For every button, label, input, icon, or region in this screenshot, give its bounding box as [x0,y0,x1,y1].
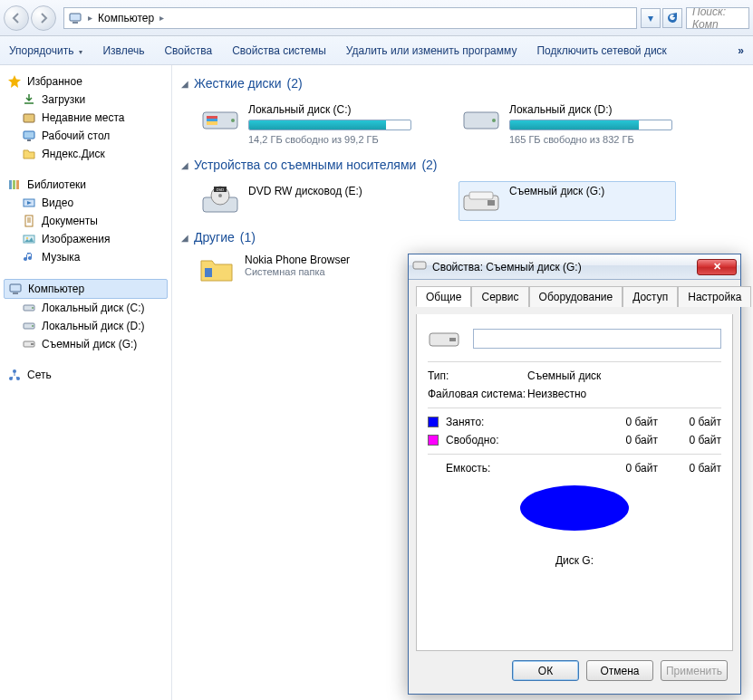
ok-button[interactable]: ОК [512,660,579,681]
tab-general[interactable]: Общие [416,286,471,307]
sidebar-network[interactable]: Сеть [4,366,168,384]
forward-button[interactable] [31,5,56,31]
sidebar-item-label: Изображения [42,233,110,245]
tab-sharing[interactable]: Доступ [623,286,678,307]
hdd-icon [22,301,36,315]
svg-rect-25 [207,116,217,119]
programs-button[interactable]: Удалить или изменить программу [346,44,517,57]
breadcrumb-computer[interactable]: Компьютер [98,12,154,24]
drive-dvd-e[interactable]: DVD DVD RW дисковод (E:) [198,181,415,221]
filesystem-value: Неизвестно [527,388,721,400]
hdd-icon [462,103,500,136]
svg-rect-39 [413,262,426,269]
section-removable[interactable]: ◢ Устройства со съемными носителями (2) [181,158,744,172]
folder-subtitle: Системная папка [245,266,350,277]
sidebar-item-documents[interactable]: Документы [4,212,168,230]
sidebar-item-drive-c[interactable]: Локальный диск (C:) [4,299,168,317]
section-count: (2) [421,158,437,172]
organize-button[interactable]: Упорядочить [9,44,82,57]
folder-icon [22,147,36,161]
sidebar-item-recent[interactable]: Недавние места [4,109,168,127]
svg-point-11 [26,237,28,239]
type-label: Тип: [428,369,527,382]
removable-icon [428,325,460,352]
sidebar-item-label: Недавние места [42,111,124,124]
section-title: Другие [194,230,235,245]
nav-bar: ▸ Компьютер ▸ ▾ Поиск: Комп [0,0,753,36]
sidebar-item-label: Документы [42,215,98,227]
sidebar-item-video[interactable]: Видео [4,194,168,212]
capacity-human: 0 байт [658,462,721,475]
eject-button[interactable]: Извлечь [102,44,144,57]
filesystem-label: Файловая система: [428,388,527,400]
sidebar-item-label: Загрузки [42,93,85,106]
section-title: Устройства со съемными носителями [194,158,416,172]
svg-rect-0 [70,14,81,21]
capacity-bar [248,120,411,130]
address-bar[interactable]: ▸ Компьютер ▸ [63,7,637,29]
drive-d[interactable]: Локальный диск (D:) 165 ГБ свободно из 8… [459,100,676,149]
sidebar-item-yandex[interactable]: Яндекс.Диск [4,145,168,163]
sidebar-item-music[interactable]: Музыка [4,248,168,266]
svg-point-17 [32,325,34,327]
chevron-right-icon: ▸ [159,13,164,23]
refresh-button[interactable] [662,8,682,28]
sidebar-item-label: Локальный диск (D:) [42,320,145,332]
images-icon [22,232,36,246]
svg-rect-13 [13,292,18,294]
used-bytes: 0 байт [594,416,658,428]
folder-title: Nokia Phone Browser [245,254,350,266]
toolbar-overflow-button[interactable]: » [738,44,744,57]
drive-icon [412,259,427,274]
svg-rect-19 [31,343,34,345]
svg-rect-12 [10,284,21,292]
sidebar-item-images[interactable]: Изображения [4,230,168,248]
drive-removable-g[interactable]: Съемный диск (G:) [459,181,676,221]
tab-hardware[interactable]: Оборудование [529,286,623,307]
sidebar-item-label: Съемный диск (G:) [42,338,137,350]
svg-rect-7 [16,180,19,189]
section-other[interactable]: ◢ Другие (1) [181,230,744,245]
sidebar-item-drive-d[interactable]: Локальный диск (D:) [4,317,168,335]
svg-rect-38 [205,268,212,277]
tab-customize[interactable]: Настройка [678,286,751,307]
sidebar-computer[interactable]: Компьютер [4,279,168,299]
section-hard-drives[interactable]: ◢ Жесткие диски (2) [181,76,744,91]
cancel-button[interactable]: Отмена [586,660,653,681]
svg-rect-5 [9,180,12,189]
volume-label-input[interactable] [473,329,721,349]
chevron-right-icon: ▸ [88,13,92,23]
dropdown-history-button[interactable]: ▾ [641,8,661,28]
sidebar-item-drive-g[interactable]: Съемный диск (G:) [4,335,168,353]
sidebar-favorites[interactable]: Избранное [4,72,168,91]
type-value: Съемный диск [527,369,721,382]
download-icon [22,92,36,107]
svg-rect-4 [27,139,31,141]
used-label: Занято: [446,416,518,428]
video-icon [22,196,36,210]
map-network-drive-button[interactable]: Подключить сетевой диск [536,44,666,57]
star-icon [7,74,22,89]
apply-button[interactable]: Применить [661,660,728,681]
sidebar-libraries[interactable]: Библиотеки [4,176,168,194]
svg-rect-2 [24,114,34,122]
drive-c[interactable]: Локальный диск (C:) 14,2 ГБ свободно из … [198,100,415,149]
close-button[interactable]: ✕ [697,259,737,275]
used-human: 0 байт [658,416,721,428]
sidebar-item-desktop[interactable]: Рабочий стол [4,127,168,145]
sidebar-item-downloads[interactable]: Загрузки [4,91,168,109]
hdd-icon [22,319,36,333]
back-button[interactable] [4,5,29,31]
dialog-titlebar[interactable]: Свойства: Съемный диск (G:) ✕ [409,254,740,280]
tab-tools[interactable]: Сервис [471,286,528,307]
properties-button[interactable]: Свойства [164,44,212,57]
search-input[interactable]: Поиск: Комп [686,7,749,29]
tab-strip: Общие Сервис Оборудование Доступ Настрой… [416,285,733,307]
svg-point-27 [231,119,235,122]
svg-point-32 [218,194,222,197]
drive-title: Локальный диск (C:) [248,103,411,116]
free-bytes: 0 байт [594,434,658,446]
drive-title: Съемный диск (G:) [509,185,672,197]
system-properties-button[interactable]: Свойства системы [232,44,326,57]
svg-rect-41 [449,338,456,341]
